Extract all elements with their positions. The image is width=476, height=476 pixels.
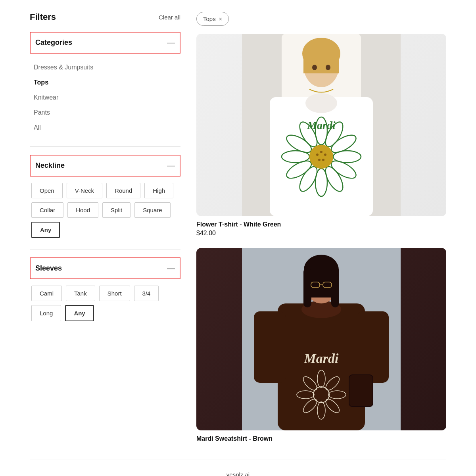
clear-all-button[interactable]: Clear all	[159, 14, 180, 21]
filter-section-categories: Categories — Dresses & Jumpsuits Tops Kn…	[30, 32, 180, 135]
category-item-all[interactable]: All	[34, 120, 177, 135]
neckline-tag-round[interactable]: Round	[106, 183, 140, 198]
sleeves-tag-cami[interactable]: Cami	[31, 286, 62, 301]
sleeves-tag-34[interactable]: 3/4	[134, 286, 159, 301]
active-filter-tops-label: Tops	[203, 15, 216, 22]
active-filter-tops[interactable]: Tops ×	[196, 12, 229, 26]
sleeves-tag-any[interactable]: Any	[65, 305, 94, 321]
neckline-title: Neckline	[35, 161, 65, 170]
brand-name: yesplz.ai	[226, 471, 250, 476]
divider-1	[30, 146, 180, 147]
product-name-flower: Flower T-shirt - White Green	[196, 221, 446, 228]
svg-point-18	[316, 154, 319, 156]
svg-point-21	[322, 159, 324, 161]
product-image-brown: Mardi	[196, 248, 446, 430]
product-name-brown: Mardi Sweatshirt - Brown	[196, 435, 446, 442]
neckline-tags: Open V-Neck Round High Collar Hood Split…	[30, 183, 180, 238]
divider-2	[30, 249, 180, 250]
filter-title: Filters	[30, 12, 56, 22]
svg-rect-54	[303, 271, 339, 276]
neckline-tag-square[interactable]: Square	[134, 202, 170, 218]
neckline-tag-vneck[interactable]: V-Neck	[67, 183, 102, 198]
svg-point-28	[326, 65, 330, 70]
category-item-knitwear[interactable]: Knitwear	[34, 90, 177, 105]
main-content: Filters Clear all Categories — Dresses &…	[30, 8, 446, 455]
svg-rect-31	[254, 311, 286, 383]
category-item-pants[interactable]: Pants	[34, 105, 177, 120]
neckline-tag-high[interactable]: High	[144, 183, 173, 198]
categories-title: Categories	[35, 38, 72, 47]
neckline-tag-collar[interactable]: Collar	[31, 202, 63, 218]
sleeves-tags: Cami Tank Short 3/4 Long Any	[30, 286, 180, 321]
svg-rect-30	[278, 303, 365, 430]
product-panel: Tops ×	[196, 12, 446, 455]
page-container: Filters Clear all Categories — Dresses &…	[0, 0, 476, 476]
sleeves-tag-long[interactable]: Long	[31, 305, 61, 321]
flower-tshirt-svg: Mardi	[196, 34, 446, 216]
filter-header: Filters Clear all	[30, 12, 180, 22]
footer-divider	[30, 459, 446, 459]
neckline-header[interactable]: Neckline —	[30, 155, 180, 177]
product-card-flower-tshirt[interactable]: Mardi Flower T-shirt - White Green	[196, 34, 446, 237]
svg-rect-32	[357, 311, 389, 383]
neckline-tag-split[interactable]: Split	[102, 202, 131, 218]
svg-text:Mardi: Mardi	[307, 119, 336, 131]
neckline-tag-any[interactable]: Any	[31, 222, 60, 238]
product-price-flower: $42.00	[196, 230, 446, 237]
filter-section-sleeves: Sleeves — Cami Tank Short 3/4 Long Any	[30, 257, 180, 321]
filter-panel: Filters Clear all Categories — Dresses &…	[30, 12, 180, 455]
svg-point-27	[312, 65, 317, 70]
category-item-tops[interactable]: Tops	[34, 75, 177, 90]
neckline-collapse-icon: —	[167, 161, 175, 170]
product-card-brown-sweatshirt[interactable]: Mardi	[196, 248, 446, 444]
sleeves-tag-tank[interactable]: Tank	[66, 286, 95, 301]
sleeves-tag-short[interactable]: Short	[99, 286, 130, 301]
svg-point-19	[320, 151, 322, 153]
svg-point-22	[318, 159, 321, 161]
neckline-tag-open[interactable]: Open	[31, 183, 63, 198]
svg-point-3	[305, 93, 337, 113]
categories-collapse-icon: —	[167, 38, 175, 47]
svg-text:Mardi: Mardi	[304, 351, 339, 366]
category-item-dresses[interactable]: Dresses & Jumpsuits	[34, 60, 177, 75]
neckline-tag-hood[interactable]: Hood	[67, 202, 98, 218]
svg-rect-55	[349, 375, 373, 407]
product-image-flower: Mardi	[196, 34, 446, 216]
svg-rect-26	[303, 50, 339, 73]
active-filters: Tops ×	[196, 12, 446, 26]
categories-header[interactable]: Categories —	[30, 32, 180, 54]
sleeves-header[interactable]: Sleeves —	[30, 257, 180, 279]
filter-section-neckline: Neckline — Open V-Neck Round High Collar…	[30, 155, 180, 238]
svg-point-17	[309, 145, 333, 169]
active-filter-tops-close[interactable]: ×	[219, 16, 222, 22]
brown-sweatshirt-svg: Mardi	[196, 248, 446, 430]
svg-point-50	[325, 282, 329, 287]
svg-point-20	[324, 154, 326, 156]
category-list: Dresses & Jumpsuits Tops Knitwear Pants …	[30, 60, 180, 135]
svg-point-49	[313, 282, 317, 287]
sleeves-collapse-icon: —	[167, 264, 175, 273]
sleeves-title: Sleeves	[35, 264, 62, 273]
page-footer: yesplz.ai	[226, 471, 250, 476]
